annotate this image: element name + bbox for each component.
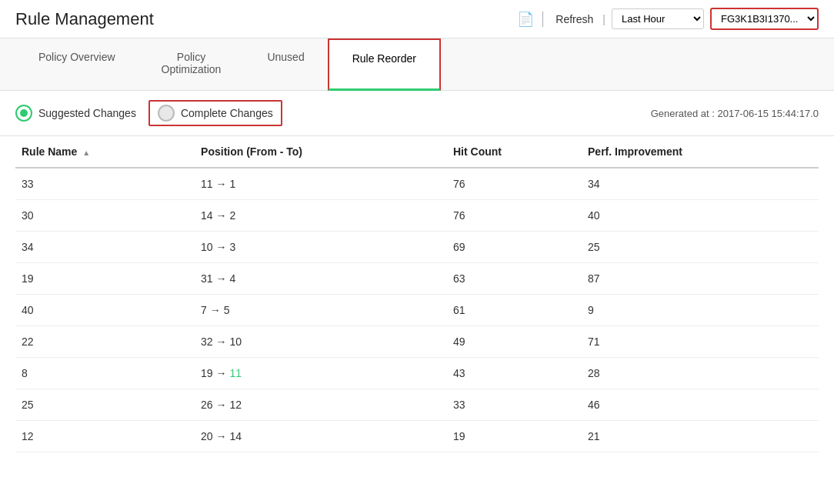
cell-rule-name: 34 [15, 232, 195, 263]
header-controls: 📄 Refresh | Last Hour Last 6 Hours Last … [518, 8, 819, 30]
cell-position: 10 → 3 [195, 232, 447, 263]
table-row: 3014 → 27640 [15, 200, 819, 232]
arrow-icon: → [216, 272, 227, 285]
page-title: Rule Management [15, 9, 518, 29]
col-hit-count: Hit Count [447, 136, 582, 168]
cell-perf-improvement: 87 [582, 263, 819, 295]
cell-rule-name: 22 [15, 326, 195, 358]
arrow-icon: → [216, 430, 227, 442]
col-position: Position (From - To) [195, 136, 447, 168]
table-header: Rule Name ▲ Position (From - To) Hit Cou… [15, 136, 819, 168]
tab-rule-reorder[interactable]: Rule Reorder [328, 38, 441, 91]
cell-rule-name: 12 [15, 421, 195, 452]
cell-position: 31 → 4 [195, 263, 447, 295]
arrow-icon: → [210, 304, 221, 316]
pdf-icon[interactable]: 📄 [518, 10, 533, 28]
cell-hit-count: 43 [447, 358, 582, 389]
device-select[interactable]: FG3K1B3I1370... [710, 8, 819, 30]
table-row: 1220 → 141921 [15, 421, 819, 452]
cell-position: 7 → 5 [195, 295, 447, 326]
cell-perf-improvement: 28 [582, 358, 819, 389]
cell-rule-name: 25 [15, 389, 195, 421]
toolbar: Suggested Changes Complete Changes Gener… [0, 91, 834, 136]
divider-text: | [602, 13, 605, 25]
suggested-changes-toggle[interactable]: Suggested Changes [15, 105, 136, 122]
arrow-icon: → [216, 241, 227, 253]
table-row: 1931 → 46387 [15, 263, 819, 295]
complete-changes-radio[interactable] [158, 105, 175, 122]
complete-changes-label: Complete Changes [181, 107, 273, 119]
cell-perf-improvement: 40 [582, 200, 819, 232]
cell-rule-name: 8 [15, 358, 195, 389]
cell-position: 26 → 12 [195, 389, 447, 421]
vertical-divider [542, 12, 543, 27]
cell-hit-count: 19 [447, 421, 582, 452]
cell-rule-name: 30 [15, 200, 195, 232]
cell-position: 14 → 2 [195, 200, 447, 232]
col-perf-improvement: Perf. Improvement [582, 136, 819, 168]
suggested-changes-label: Suggested Changes [38, 107, 136, 119]
tab-policy-optimization[interactable]: PolicyOptimization [138, 38, 245, 90]
cell-hit-count: 69 [447, 232, 582, 263]
col-rule-name[interactable]: Rule Name ▲ [15, 136, 195, 168]
arrow-icon: → [216, 209, 227, 222]
sort-icon: ▲ [82, 149, 90, 157]
table-body: 3311 → 176343014 → 276403410 → 369251931… [15, 168, 819, 452]
cell-hit-count: 63 [447, 263, 582, 295]
page-header: Rule Management 📄 Refresh | Last Hour La… [0, 0, 834, 38]
cell-rule-name: 33 [15, 168, 195, 200]
cell-perf-improvement: 9 [582, 295, 819, 326]
cell-rule-name: 19 [15, 263, 195, 295]
cell-perf-improvement: 21 [582, 421, 819, 452]
cell-hit-count: 76 [447, 200, 582, 232]
arrow-icon: → [216, 178, 227, 190]
tab-policy-overview[interactable]: Policy Overview [15, 38, 138, 90]
cell-hit-count: 49 [447, 326, 582, 358]
cell-position: 19 → 11 [195, 358, 447, 389]
arrow-icon: → [216, 399, 227, 411]
rules-table: Rule Name ▲ Position (From - To) Hit Cou… [15, 136, 819, 452]
cell-hit-count: 61 [447, 295, 582, 326]
cell-hit-count: 76 [447, 168, 582, 200]
cell-position: 11 → 1 [195, 168, 447, 200]
table-row: 819 → 114328 [15, 358, 819, 389]
cell-hit-count: 33 [447, 389, 582, 421]
table-row: 3311 → 17634 [15, 168, 819, 200]
cell-position: 32 → 10 [195, 326, 447, 358]
arrow-icon: → [216, 367, 227, 379]
cell-position: 20 → 14 [195, 421, 447, 452]
complete-changes-toggle[interactable]: Complete Changes [148, 100, 282, 126]
tab-bar: Policy Overview PolicyOptimization Unuse… [0, 38, 834, 91]
tab-unused[interactable]: Unused [244, 38, 327, 90]
cell-perf-improvement: 34 [582, 168, 819, 200]
toggle-group: Suggested Changes Complete Changes [15, 100, 282, 126]
table-row: 2232 → 104971 [15, 326, 819, 358]
cell-perf-improvement: 46 [582, 389, 819, 421]
table-row: 3410 → 36925 [15, 232, 819, 263]
cell-perf-improvement: 71 [582, 326, 819, 358]
rules-table-container: Rule Name ▲ Position (From - To) Hit Cou… [0, 136, 834, 452]
table-row: 407 → 5619 [15, 295, 819, 326]
time-range-select[interactable]: Last Hour Last 6 Hours Last 24 Hours Las… [612, 8, 704, 29]
generated-info: Generated at : 2017-06-15 15:44:17.0 [651, 108, 819, 119]
cell-rule-name: 40 [15, 295, 195, 326]
arrow-icon: → [216, 335, 227, 348]
suggested-changes-radio[interactable] [15, 105, 32, 122]
table-row: 2526 → 123346 [15, 389, 819, 421]
cell-perf-improvement: 25 [582, 232, 819, 263]
refresh-button[interactable]: Refresh [552, 12, 596, 27]
